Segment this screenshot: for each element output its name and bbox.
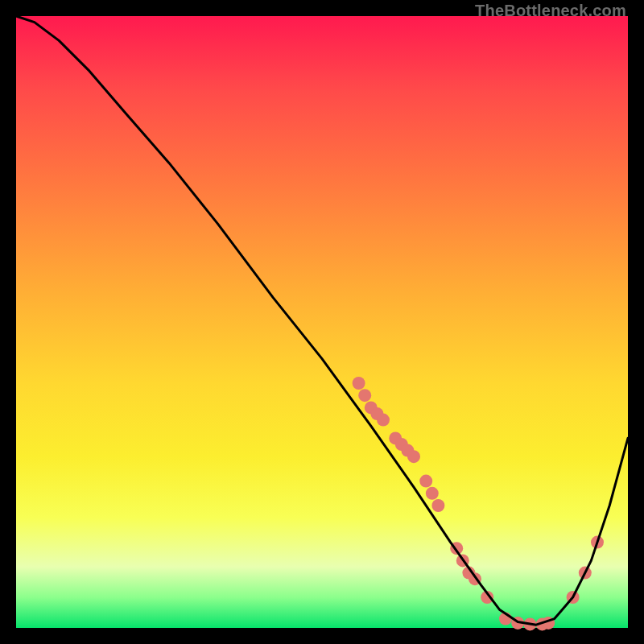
data-marker bbox=[353, 377, 365, 390]
bottleneck-curve bbox=[16, 16, 628, 625]
attribution-label: TheBottleneck.com bbox=[475, 2, 626, 20]
markers-group bbox=[353, 377, 604, 630]
data-marker bbox=[431, 499, 444, 512]
data-marker bbox=[426, 487, 439, 500]
chart-frame: TheBottleneck.com bbox=[0, 0, 644, 644]
data-marker bbox=[377, 414, 390, 427]
data-marker bbox=[358, 389, 371, 402]
data-marker bbox=[407, 450, 420, 463]
data-marker bbox=[419, 475, 432, 488]
chart-svg bbox=[16, 16, 628, 628]
